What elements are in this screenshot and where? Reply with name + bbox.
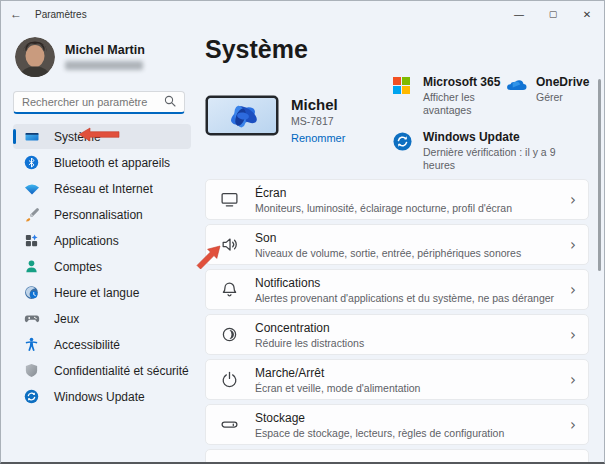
sidebar-item-applications[interactable]: Applications	[13, 228, 191, 253]
main-panel: Système	[197, 27, 604, 464]
sidebar-item-label: Heure et langue	[54, 286, 139, 300]
update-title: Windows Update	[423, 130, 573, 144]
device-card: Michel MS-7817 Renommer	[205, 95, 393, 162]
microsoft-logo	[393, 77, 413, 98]
settings-window: ← Paramètres — ▢ ✕	[0, 0, 605, 464]
shield-icon	[23, 362, 40, 379]
sidebar-item-label: Réseau et Internet	[54, 182, 153, 196]
row-ecran[interactable]: Écran Moniteurs, luminosité, éclairage n…	[205, 179, 589, 220]
chevron-right-icon: ›	[570, 371, 576, 389]
search-box[interactable]	[13, 91, 185, 114]
windows-update-block[interactable]: Windows Update Dernière vérification : i…	[393, 130, 589, 172]
onedrive-cloud-icon	[506, 77, 526, 95]
sidebar-item-comptes[interactable]: Comptes	[13, 254, 191, 279]
accessibility-icon	[23, 336, 40, 353]
scrollbar-thumb[interactable]	[598, 79, 601, 271]
update-icon	[393, 132, 413, 155]
row-title: Concentration	[255, 321, 562, 335]
sidebar-item-label: Système	[54, 130, 101, 144]
row-son[interactable]: Son Niveaux de volume, sortie, entrée, p…	[205, 224, 589, 265]
onedrive-block[interactable]: OneDrive Gérer	[506, 75, 589, 117]
update-icon	[23, 388, 40, 405]
person-icon	[23, 258, 40, 275]
sidebar-item-label: Accessibilité	[54, 338, 120, 352]
storage-icon	[220, 415, 239, 434]
apps-icon	[23, 232, 40, 249]
sidebar-item-label: Comptes	[54, 260, 102, 274]
sidebar-item-bluetooth[interactable]: Bluetooth et appareils	[13, 150, 191, 175]
row-title: Stockage	[255, 411, 562, 425]
power-icon	[220, 370, 239, 389]
gamepad-icon	[23, 310, 40, 327]
chevron-right-icon: ›	[570, 416, 576, 434]
sidebar-nav: Système Bluetooth et appareils	[13, 124, 191, 409]
row-subtitle: Écran et veille, mode d'alimentation	[255, 382, 562, 394]
search-icon	[164, 93, 176, 111]
sidebar-item-label: Jeux	[54, 312, 79, 326]
sidebar-item-confidentialite[interactable]: Confidentialité et sécurité	[13, 358, 191, 383]
sidebar-item-personnalisation[interactable]: Personnalisation	[13, 202, 191, 227]
maximize-button[interactable]: ▢	[536, 1, 570, 27]
row-concentration[interactable]: Concentration Réduire les distractions ›	[205, 314, 589, 355]
row-partage-proximite[interactable]: Partage de proximité ›	[205, 449, 589, 464]
chevron-right-icon: ›	[570, 461, 576, 464]
bell-icon	[220, 280, 239, 299]
wifi-icon	[23, 180, 40, 197]
rename-link[interactable]: Renommer	[291, 132, 345, 144]
monitor-icon	[220, 190, 239, 209]
profile-name: Michel Martin	[65, 43, 145, 57]
chevron-right-icon: ›	[570, 326, 576, 344]
row-title: Son	[255, 231, 562, 245]
microsoft-365-block[interactable]: Microsoft 365 Afficher les avantages	[393, 75, 506, 117]
sidebar-item-windows-update[interactable]: Windows Update	[13, 384, 191, 409]
focus-icon	[220, 325, 239, 344]
device-model: MS-7817	[291, 115, 345, 127]
clock-globe-icon	[23, 284, 40, 301]
sidebar-item-label: Bluetooth et appareils	[54, 156, 170, 170]
scrollbar-track[interactable]	[598, 31, 601, 459]
onedrive-title: OneDrive	[536, 75, 589, 89]
laptop-icon	[23, 128, 40, 145]
sidebar: Michel Martin	[1, 27, 197, 464]
update-status: Dernière vérification : il y a 9 heures	[423, 146, 573, 172]
window-title: Paramètres	[35, 9, 87, 20]
profile-email-redacted	[65, 61, 143, 70]
sidebar-item-systeme[interactable]: Système	[13, 124, 191, 149]
chevron-right-icon: ›	[570, 236, 576, 254]
avatar	[15, 37, 55, 77]
device-name: Michel	[291, 96, 345, 113]
sidebar-item-label: Applications	[54, 234, 119, 248]
ms365-title: Microsoft 365	[423, 75, 506, 89]
row-subtitle: Réduire les distractions	[255, 337, 562, 349]
row-subtitle: Moniteurs, luminosité, éclairage nocturn…	[255, 202, 562, 214]
row-subtitle: Niveaux de volume, sortie, entrée, périp…	[255, 247, 562, 259]
onedrive-link[interactable]: Gérer	[536, 91, 589, 104]
row-subtitle: Espace de stockage, lecteurs, règles de …	[255, 427, 562, 439]
row-title: Écran	[255, 186, 562, 200]
quick-info: Microsoft 365 Afficher les avantages	[393, 75, 589, 162]
back-button[interactable]: ←	[1, 7, 31, 21]
sidebar-item-label: Personnalisation	[54, 208, 143, 222]
sidebar-item-heure-langue[interactable]: Heure et langue	[13, 280, 191, 305]
row-stockage[interactable]: Stockage Espace de stockage, lecteurs, r…	[205, 404, 589, 445]
sidebar-item-accessibilite[interactable]: Accessibilité	[13, 332, 191, 357]
user-profile[interactable]: Michel Martin	[15, 37, 191, 77]
search-input[interactable]	[22, 96, 164, 108]
sidebar-item-label: Confidentialité et sécurité	[54, 364, 189, 378]
close-button[interactable]: ✕	[570, 1, 604, 27]
chevron-right-icon: ›	[570, 191, 576, 209]
sidebar-item-reseau[interactable]: Réseau et Internet	[13, 176, 191, 201]
page-title: Système	[205, 35, 604, 64]
titlebar: ← Paramètres — ▢ ✕	[1, 1, 604, 27]
sidebar-item-jeux[interactable]: Jeux	[13, 306, 191, 331]
ms365-link[interactable]: Afficher les avantages	[423, 91, 506, 117]
chevron-right-icon: ›	[570, 281, 576, 299]
minimize-button[interactable]: —	[502, 1, 536, 27]
paintbrush-icon	[23, 206, 40, 223]
row-marche-arret[interactable]: Marche/Arrêt Écran et veille, mode d'ali…	[205, 359, 589, 400]
bluetooth-icon	[23, 154, 40, 171]
device-wallpaper-thumbnail	[205, 95, 279, 162]
system-overview: Michel MS-7817 Renommer	[205, 74, 604, 162]
row-title: Marche/Arrêt	[255, 366, 562, 380]
row-notifications[interactable]: Notifications Alertes provenant d'applic…	[205, 269, 589, 310]
